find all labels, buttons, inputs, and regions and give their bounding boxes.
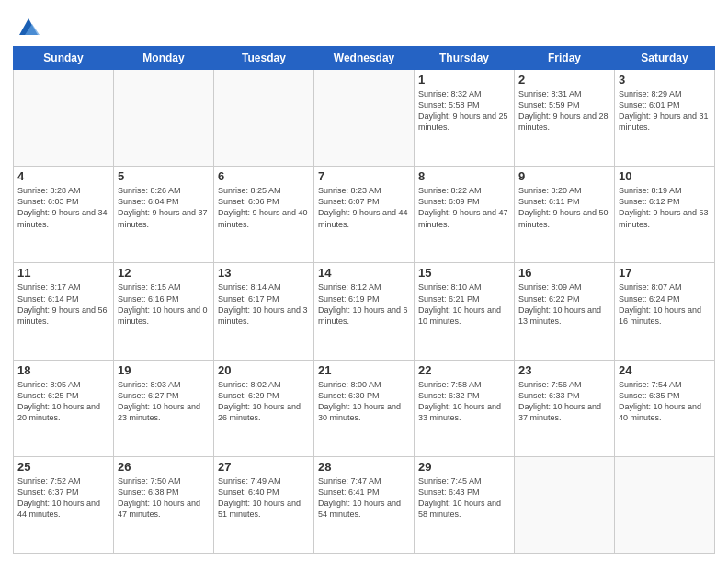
day-number: 29	[418, 460, 510, 474]
calendar-cell: 5Sunrise: 8:26 AM Sunset: 6:04 PM Daylig…	[114, 167, 214, 263]
day-number: 26	[118, 460, 210, 474]
day-number: 3	[619, 73, 711, 86]
day-info: Sunrise: 8:14 AM Sunset: 6:17 PM Dayligh…	[218, 282, 310, 327]
week-row-3: 18Sunrise: 8:05 AM Sunset: 6:25 PM Dayli…	[14, 360, 715, 456]
day-number: 14	[318, 266, 410, 280]
day-number: 25	[17, 460, 109, 474]
header	[13, 9, 715, 40]
calendar-cell: 10Sunrise: 8:19 AM Sunset: 6:12 PM Dayli…	[615, 167, 715, 263]
day-info: Sunrise: 8:26 AM Sunset: 6:04 PM Dayligh…	[118, 185, 210, 230]
calendar-cell: 19Sunrise: 8:03 AM Sunset: 6:27 PM Dayli…	[114, 360, 214, 456]
day-number: 28	[318, 460, 410, 474]
weekday-header-sunday: Sunday	[14, 47, 114, 70]
day-number: 6	[218, 169, 310, 183]
day-info: Sunrise: 8:32 AM Sunset: 5:58 PM Dayligh…	[418, 88, 510, 133]
logo-icon	[16, 15, 41, 40]
day-number: 17	[619, 266, 711, 280]
day-number: 2	[518, 73, 610, 86]
calendar-cell	[515, 456, 615, 553]
calendar-cell: 18Sunrise: 8:05 AM Sunset: 6:25 PM Dayli…	[14, 360, 114, 456]
day-number: 4	[17, 169, 109, 183]
calendar-cell: 26Sunrise: 7:50 AM Sunset: 6:38 PM Dayli…	[114, 456, 214, 553]
weekday-header-thursday: Thursday	[415, 47, 515, 70]
weekday-header-tuesday: Tuesday	[214, 47, 314, 70]
day-number: 23	[518, 363, 610, 377]
calendar-cell: 7Sunrise: 8:23 AM Sunset: 6:07 PM Daylig…	[314, 167, 415, 263]
calendar-cell: 27Sunrise: 7:49 AM Sunset: 6:40 PM Dayli…	[214, 456, 314, 553]
calendar-cell: 1Sunrise: 8:32 AM Sunset: 5:58 PM Daylig…	[415, 70, 515, 167]
day-number: 18	[17, 363, 109, 377]
day-info: Sunrise: 8:12 AM Sunset: 6:19 PM Dayligh…	[318, 282, 410, 327]
day-info: Sunrise: 7:58 AM Sunset: 6:32 PM Dayligh…	[418, 379, 510, 424]
day-info: Sunrise: 7:45 AM Sunset: 6:43 PM Dayligh…	[418, 476, 510, 521]
calendar-cell: 11Sunrise: 8:17 AM Sunset: 6:14 PM Dayli…	[14, 263, 114, 360]
calendar-cell: 21Sunrise: 8:00 AM Sunset: 6:30 PM Dayli…	[314, 360, 415, 456]
calendar-cell	[615, 456, 715, 553]
day-info: Sunrise: 8:02 AM Sunset: 6:29 PM Dayligh…	[218, 379, 310, 424]
weekday-header-saturday: Saturday	[615, 47, 715, 70]
day-number: 11	[17, 266, 109, 280]
day-info: Sunrise: 8:22 AM Sunset: 6:09 PM Dayligh…	[418, 185, 510, 230]
calendar-cell: 24Sunrise: 7:54 AM Sunset: 6:35 PM Dayli…	[615, 360, 715, 456]
calendar-cell	[14, 70, 114, 167]
day-info: Sunrise: 7:56 AM Sunset: 6:33 PM Dayligh…	[518, 379, 610, 424]
day-info: Sunrise: 8:09 AM Sunset: 6:22 PM Dayligh…	[518, 282, 610, 327]
week-row-0: 1Sunrise: 8:32 AM Sunset: 5:58 PM Daylig…	[14, 70, 715, 167]
calendar-cell: 28Sunrise: 7:47 AM Sunset: 6:41 PM Dayli…	[314, 456, 415, 553]
day-info: Sunrise: 8:15 AM Sunset: 6:16 PM Dayligh…	[118, 282, 210, 327]
day-number: 24	[619, 363, 711, 377]
calendar-cell: 15Sunrise: 8:10 AM Sunset: 6:21 PM Dayli…	[415, 263, 515, 360]
calendar-cell: 20Sunrise: 8:02 AM Sunset: 6:29 PM Dayli…	[214, 360, 314, 456]
calendar-cell: 3Sunrise: 8:29 AM Sunset: 6:01 PM Daylig…	[615, 70, 715, 167]
calendar-cell	[114, 70, 214, 167]
day-number: 27	[218, 460, 310, 474]
calendar-cell: 9Sunrise: 8:20 AM Sunset: 6:11 PM Daylig…	[515, 167, 615, 263]
weekday-header-monday: Monday	[114, 47, 214, 70]
day-info: Sunrise: 7:49 AM Sunset: 6:40 PM Dayligh…	[218, 476, 310, 521]
weekday-header-friday: Friday	[515, 47, 615, 70]
calendar: SundayMondayTuesdayWednesdayThursdayFrid…	[13, 46, 715, 554]
logo	[13, 13, 41, 40]
calendar-cell	[314, 70, 415, 167]
calendar-cell: 17Sunrise: 8:07 AM Sunset: 6:24 PM Dayli…	[615, 263, 715, 360]
day-info: Sunrise: 8:25 AM Sunset: 6:06 PM Dayligh…	[218, 185, 310, 230]
day-number: 20	[218, 363, 310, 377]
calendar-cell: 22Sunrise: 7:58 AM Sunset: 6:32 PM Dayli…	[415, 360, 515, 456]
day-number: 8	[418, 169, 510, 183]
day-number: 16	[518, 266, 610, 280]
calendar-cell: 13Sunrise: 8:14 AM Sunset: 6:17 PM Dayli…	[214, 263, 314, 360]
day-info: Sunrise: 8:23 AM Sunset: 6:07 PM Dayligh…	[318, 185, 410, 230]
weekday-header-wednesday: Wednesday	[314, 47, 415, 70]
day-info: Sunrise: 7:54 AM Sunset: 6:35 PM Dayligh…	[619, 379, 711, 424]
day-info: Sunrise: 8:28 AM Sunset: 6:03 PM Dayligh…	[17, 185, 109, 230]
calendar-cell: 16Sunrise: 8:09 AM Sunset: 6:22 PM Dayli…	[515, 263, 615, 360]
day-info: Sunrise: 8:17 AM Sunset: 6:14 PM Dayligh…	[17, 282, 109, 327]
day-info: Sunrise: 8:29 AM Sunset: 6:01 PM Dayligh…	[619, 88, 711, 133]
calendar-cell: 6Sunrise: 8:25 AM Sunset: 6:06 PM Daylig…	[214, 167, 314, 263]
day-number: 9	[518, 169, 610, 183]
day-info: Sunrise: 8:20 AM Sunset: 6:11 PM Dayligh…	[518, 185, 610, 230]
day-info: Sunrise: 8:31 AM Sunset: 5:59 PM Dayligh…	[518, 88, 610, 133]
day-info: Sunrise: 8:10 AM Sunset: 6:21 PM Dayligh…	[418, 282, 510, 327]
day-info: Sunrise: 7:47 AM Sunset: 6:41 PM Dayligh…	[318, 476, 410, 521]
day-number: 1	[418, 73, 510, 86]
calendar-cell: 29Sunrise: 7:45 AM Sunset: 6:43 PM Dayli…	[415, 456, 515, 553]
calendar-cell: 2Sunrise: 8:31 AM Sunset: 5:59 PM Daylig…	[515, 70, 615, 167]
day-info: Sunrise: 7:50 AM Sunset: 6:38 PM Dayligh…	[118, 476, 210, 521]
day-number: 10	[619, 169, 711, 183]
calendar-cell: 12Sunrise: 8:15 AM Sunset: 6:16 PM Dayli…	[114, 263, 214, 360]
day-number: 19	[118, 363, 210, 377]
calendar-cell: 14Sunrise: 8:12 AM Sunset: 6:19 PM Dayli…	[314, 263, 415, 360]
day-number: 5	[118, 169, 210, 183]
day-info: Sunrise: 8:07 AM Sunset: 6:24 PM Dayligh…	[619, 282, 711, 327]
day-number: 21	[318, 363, 410, 377]
day-info: Sunrise: 8:03 AM Sunset: 6:27 PM Dayligh…	[118, 379, 210, 424]
day-number: 15	[418, 266, 510, 280]
day-info: Sunrise: 8:19 AM Sunset: 6:12 PM Dayligh…	[619, 185, 711, 230]
calendar-cell: 8Sunrise: 8:22 AM Sunset: 6:09 PM Daylig…	[415, 167, 515, 263]
day-number: 7	[318, 169, 410, 183]
day-number: 22	[418, 363, 510, 377]
calendar-cell: 23Sunrise: 7:56 AM Sunset: 6:33 PM Dayli…	[515, 360, 615, 456]
weekday-header-row: SundayMondayTuesdayWednesdayThursdayFrid…	[14, 47, 715, 70]
day-number: 13	[218, 266, 310, 280]
